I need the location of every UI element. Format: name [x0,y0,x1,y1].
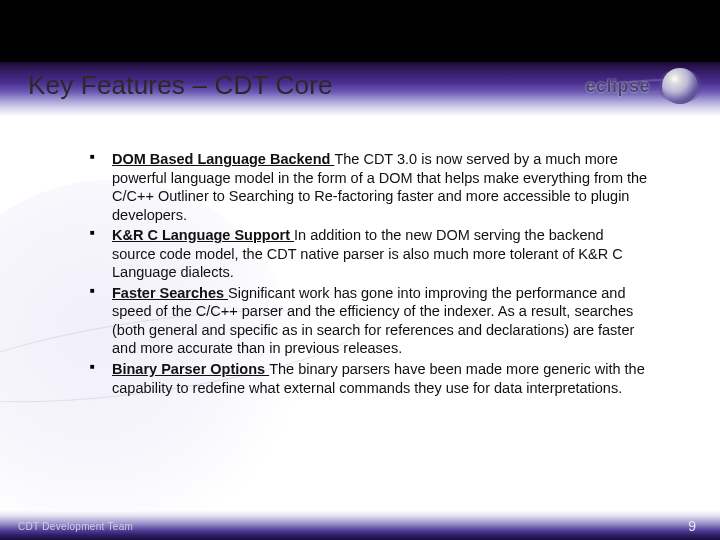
bullet-heading: Binary Parser Options [112,361,269,377]
footer-author: CDT Development Team [18,521,133,532]
bullet-heading: DOM Based Language Backend [112,151,334,167]
bullet-heading: K&R C Language Support [112,227,294,243]
list-item: Faster Searches Significant work has gon… [90,284,650,358]
slide: Key Features – CDT Core eclipse DOM Base… [0,0,720,540]
page-number: 9 [688,518,696,534]
bullet-heading: Faster Searches [112,285,228,301]
list-item: DOM Based Language Backend The CDT 3.0 i… [90,150,650,224]
bullet-list: DOM Based Language Backend The CDT 3.0 i… [90,150,650,399]
list-item: Binary Parser Options The binary parsers… [90,360,650,397]
list-item: K&R C Language Support In addition to th… [90,226,650,282]
page-title: Key Features – CDT Core [28,70,333,101]
top-black-bar [0,0,720,62]
